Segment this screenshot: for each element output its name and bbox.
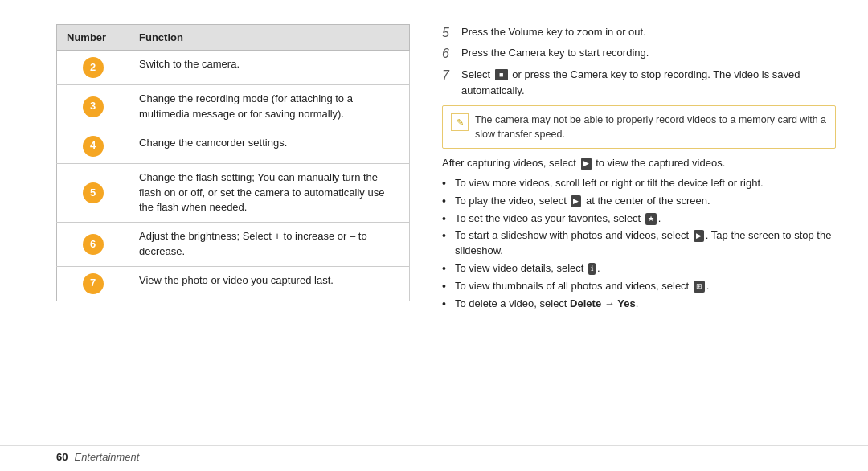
table-row: 3Change the recording mode (for attachin… [57,85,410,129]
yes-bold: Yes [617,297,635,309]
step-6: 6 Press the Camera key to start recordin… [442,45,836,63]
number-badge: 7 [83,273,104,294]
table-cell-function: Change the recording mode (for attaching… [129,85,410,129]
table-header-function: Function [129,25,410,51]
list-item: •To set the video as your favorites, sel… [442,211,836,227]
step-text-5: Press the Volume key to zoom in or out. [461,24,836,40]
inline-icon-1: ▶ [571,195,581,207]
inline-icon-2: ★ [645,213,657,225]
bullet-text: To view more videos, scroll left or righ… [455,176,764,191]
right-column: 5 Press the Volume key to zoom in or out… [442,24,836,429]
number-badge: 5 [83,182,104,203]
number-badge: 3 [83,96,104,117]
table-row: 2Switch to the camera. [57,51,410,85]
bullet-dot: • [442,176,453,190]
step-5: 5 Press the Volume key to zoom in or out… [442,24,836,42]
step-text-7: Select ■ or press the Camera key to stop… [461,67,836,99]
number-badge: 2 [83,57,104,78]
bullet-text: To delete a video, select Delete → Yes. [455,297,638,312]
list-item: •To view video details, select ℹ. [442,261,836,276]
after-capture-text: After capturing videos, select ▶ to view… [442,155,836,171]
page-number: 60 [56,451,68,463]
list-item: •To delete a video, select Delete → Yes. [442,297,836,312]
table-cell-number: 3 [57,85,129,129]
bullet-dot: • [442,297,453,311]
table-cell-function: View the photo or video you captured las… [129,266,410,301]
table-row: 7View the photo or video you captured la… [57,266,410,301]
number-badge: 4 [83,136,104,157]
table-cell-number: 2 [57,51,129,85]
table-header-number: Number [57,25,129,51]
bullet-dot: • [442,228,453,243]
table-row: 4Change the camcorder settings. [57,129,410,163]
table-cell-function: Change the flash setting; You can manual… [129,163,410,223]
table-cell-number: 6 [57,223,129,267]
bullet-dot: • [442,279,453,293]
bullet-text: To play the video, select ▶ at the cente… [455,194,710,209]
table-cell-number: 5 [57,163,129,223]
list-item: •To play the video, select ▶ at the cent… [442,194,836,209]
step-text-6: Press the Camera key to start recording. [461,45,836,61]
list-item: •To view more videos, scroll left or rig… [442,176,836,191]
inline-icon-3: ▶ [694,230,704,242]
bullet-text: To view video details, select ℹ. [455,261,600,276]
bullet-text: To view thumbnails of all photos and vid… [455,279,709,294]
table-cell-function: Switch to the camera. [129,51,410,85]
table-cell-function: Change the camcorder settings. [129,129,410,163]
stop-icon: ■ [495,69,508,80]
footer: 60 Entertainment [0,445,868,471]
inline-icon-5: ⊞ [694,281,705,293]
note-text: The camera may not be able to properly r… [475,113,827,141]
bullet-text: To set the video as your favorites, sele… [455,211,661,227]
step-num-7: 7 [442,67,460,84]
step-num-6: 6 [442,45,460,63]
step-num-5: 5 [442,24,460,42]
list-item: •To start a slideshow with photos and vi… [442,228,836,259]
delete-bold: Delete [570,297,601,309]
inline-icon-4: ℹ [588,263,596,275]
bullet-text: To start a slideshow with photos and vid… [455,228,836,259]
table-row: 5Change the flash setting; You can manua… [57,163,410,223]
bullet-dot: • [442,211,453,226]
function-table: Number Function 2Switch to the camera.3C… [56,24,410,301]
note-box: ✎ The camera may not be able to properly… [442,105,836,149]
function-table-container: Number Function 2Switch to the camera.3C… [56,24,410,429]
table-cell-number: 4 [57,129,129,163]
bullet-list: •To view more videos, scroll left or rig… [442,176,836,312]
table-cell-number: 7 [57,266,129,301]
table-row: 6Adjust the brightness; Select + to incr… [57,223,410,267]
step-7: 7 Select ■ or press the Camera key to st… [442,67,836,99]
bullet-dot: • [442,261,453,276]
note-icon: ✎ [451,113,469,131]
number-badge: 6 [83,234,104,255]
section-label: Entertainment [74,451,139,463]
play-inline-icon: ▶ [581,158,592,170]
table-cell-function: Adjust the brightness; Select + to incre… [129,223,410,267]
list-item: •To view thumbnails of all photos and vi… [442,279,836,294]
bullet-dot: • [442,194,453,208]
